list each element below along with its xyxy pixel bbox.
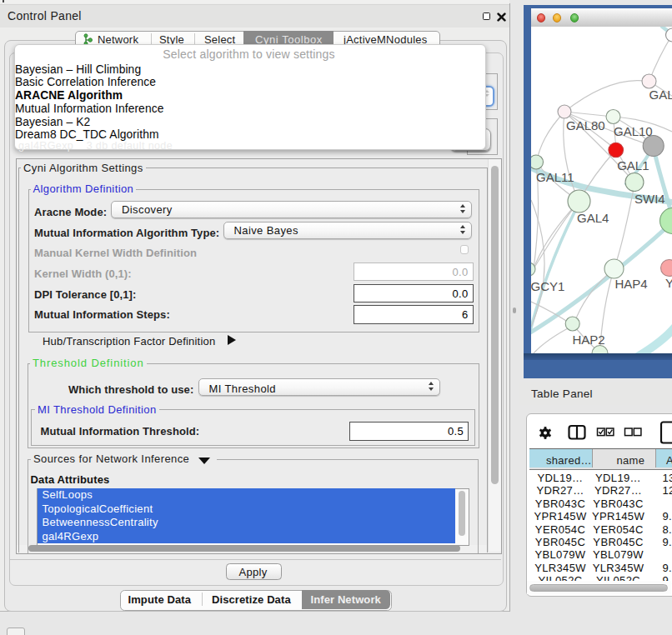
svg-text:GAL4: GAL4: [577, 211, 609, 225]
svg-text:HAP2: HAP2: [573, 332, 605, 347]
svg-text:GAL80: GAL80: [566, 118, 605, 132]
svg-text:SWI4: SWI4: [634, 192, 665, 206]
svg-text:GAL7: GAL7: [649, 88, 672, 102]
svg-text:YJL: YJL: [665, 276, 672, 290]
svg-text:GAL10: GAL10: [614, 124, 653, 138]
svg-text:HAP4: HAP4: [614, 277, 647, 291]
svg-text:GCY1: GCY1: [531, 279, 564, 293]
svg-text:GAL1: GAL1: [617, 158, 649, 172]
svg-text:GAL11: GAL11: [536, 170, 574, 184]
